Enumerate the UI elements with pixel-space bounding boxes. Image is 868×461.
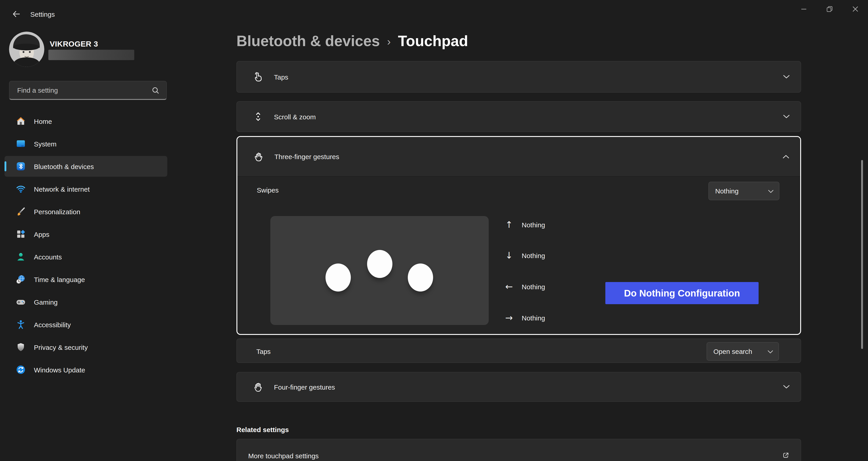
sidebar-item-label: Accessibility: [34, 321, 71, 328]
swipe-left-value: Nothing: [522, 283, 545, 290]
scroll-zoom-icon: [252, 111, 264, 122]
more-touchpad-settings-link[interactable]: More touchpad settings: [237, 439, 801, 461]
three-finger-taps-row: Taps Open search: [237, 339, 801, 363]
windows-update-icon: [16, 365, 26, 375]
arrow-left-icon: ←: [500, 281, 519, 292]
privacy-shield-icon: [16, 342, 26, 352]
arrow-down-icon: ↓: [500, 250, 519, 261]
search-placeholder: Find a setting: [17, 86, 151, 94]
sidebar-item-accessibility[interactable]: Accessibility: [4, 314, 167, 335]
chevron-down-icon: [768, 350, 773, 354]
chevron-up-icon: [782, 155, 789, 159]
expander-label: Taps: [274, 73, 288, 81]
three-finger-gestures-header[interactable]: Three-finger gestures: [237, 137, 800, 177]
sidebar-item-windows-update[interactable]: Windows Update: [4, 359, 167, 380]
app-title: Settings: [30, 10, 55, 18]
minimize-icon: [800, 5, 807, 13]
taps-dropdown[interactable]: Open search: [707, 342, 779, 361]
three-finger-gestures-expander: Three-finger gestures Swipes Nothing ↑ N…: [237, 136, 801, 335]
sidebar-item-personalization[interactable]: Personalization: [4, 201, 167, 222]
expander-label: Scroll & zoom: [274, 113, 316, 120]
network-wifi-icon: [16, 184, 26, 194]
sidebar-item-label: Apps: [34, 230, 49, 238]
taps-setting-label: Taps: [256, 347, 271, 355]
system-icon: [16, 139, 26, 149]
sidebar-item-gaming[interactable]: Gaming: [4, 291, 167, 312]
avatar[interactable]: [9, 32, 44, 67]
chevron-down-icon: [768, 190, 774, 193]
sidebar-item-label: Network & internet: [34, 185, 90, 193]
external-link-icon: [782, 451, 790, 459]
sidebar-item-label: System: [34, 140, 57, 148]
finger-dot-left: [326, 264, 351, 291]
close-icon: [851, 5, 859, 13]
restore-icon: [826, 5, 833, 13]
back-button[interactable]: [10, 8, 23, 20]
search-icon: [151, 86, 160, 94]
expander-label: Three-finger gestures: [274, 153, 339, 160]
page-title: Touchpad: [398, 33, 468, 50]
sidebar-item-home[interactable]: Home: [4, 111, 167, 131]
sidebar-item-network-internet[interactable]: Network & internet: [4, 179, 167, 199]
selected-indicator-pill: [4, 161, 6, 171]
apps-icon: [16, 229, 26, 239]
do-nothing-configuration-button[interactable]: Do Nothing Configuration: [605, 282, 758, 304]
sidebar-item-system[interactable]: System: [4, 133, 167, 154]
user-info-redacted: [49, 50, 134, 60]
close-button[interactable]: [842, 0, 868, 18]
settings-window: Settings: [0, 0, 868, 461]
user-name: VIKROGER 3: [50, 40, 98, 49]
swipe-right-row: → Nothing: [500, 310, 617, 326]
breadcrumb-parent[interactable]: Bluetooth & devices: [237, 33, 380, 50]
sidebar-nav: Home System Bluetooth & devic: [0, 111, 172, 382]
swipe-down-value: Nothing: [522, 251, 545, 259]
sidebar-item-accounts[interactable]: Accounts: [4, 246, 167, 267]
arrow-up-icon: ↑: [500, 219, 519, 230]
sidebar-item-bluetooth-devices[interactable]: Bluetooth & devices: [4, 156, 167, 177]
chevron-down-icon: [783, 115, 790, 119]
maximize-restore-button[interactable]: [816, 0, 842, 18]
home-icon: [16, 116, 26, 126]
swipes-dropdown[interactable]: Nothing: [708, 182, 779, 200]
finger-dot-middle: [367, 250, 393, 278]
touchpad-illustration: [270, 216, 489, 325]
taps-expander[interactable]: Taps: [237, 61, 801, 93]
sidebar-item-label: Gaming: [34, 298, 58, 306]
swipes-label: Swipes: [257, 186, 279, 194]
sidebar-item-label: Privacy & security: [34, 343, 88, 351]
expander-label: Four-finger gestures: [274, 383, 335, 391]
breadcrumb: Bluetooth & devices › Touchpad: [237, 33, 468, 50]
swipe-up-value: Nothing: [522, 221, 545, 228]
search-input[interactable]: Find a setting: [9, 81, 167, 100]
sidebar-item-label: Accounts: [34, 253, 62, 260]
four-finger-gestures-expander[interactable]: Four-finger gestures: [237, 372, 801, 402]
time-language-icon: [16, 274, 26, 284]
three-finger-hand-icon: [253, 151, 265, 162]
arrow-right-icon: →: [500, 312, 519, 323]
sidebar-item-label: Home: [34, 117, 52, 125]
chevron-down-icon: [783, 75, 790, 79]
finger-dot-right: [408, 264, 433, 291]
scrollbar-thumb[interactable]: [861, 160, 863, 349]
swipes-dropdown-value: Nothing: [715, 187, 760, 195]
accounts-icon: [16, 252, 26, 262]
scroll-zoom-expander[interactable]: Scroll & zoom: [237, 101, 801, 132]
sidebar-item-privacy-security[interactable]: Privacy & security: [4, 337, 167, 358]
breadcrumb-separator: ›: [387, 35, 391, 48]
sidebar-item-label: Windows Update: [34, 366, 85, 373]
minimize-button[interactable]: [791, 0, 816, 18]
bluetooth-icon: [16, 161, 26, 171]
tap-gesture-icon: [252, 71, 264, 83]
swipe-down-row: ↓ Nothing: [500, 248, 617, 263]
personalization-icon: [16, 207, 26, 216]
sidebar-item-label: Personalization: [34, 208, 80, 215]
sidebar-item-label: Time & language: [34, 275, 85, 283]
sidebar-item-apps[interactable]: Apps: [4, 224, 167, 245]
accessibility-icon: [16, 319, 26, 330]
sidebar-item-label: Bluetooth & devices: [34, 162, 94, 170]
sidebar-item-time-language[interactable]: Time & language: [4, 269, 167, 290]
taps-dropdown-value: Open search: [713, 347, 760, 355]
swipe-up-row: ↑ Nothing: [500, 217, 617, 232]
more-touchpad-settings-label: More touchpad settings: [248, 452, 319, 460]
chevron-down-icon: [783, 385, 790, 389]
